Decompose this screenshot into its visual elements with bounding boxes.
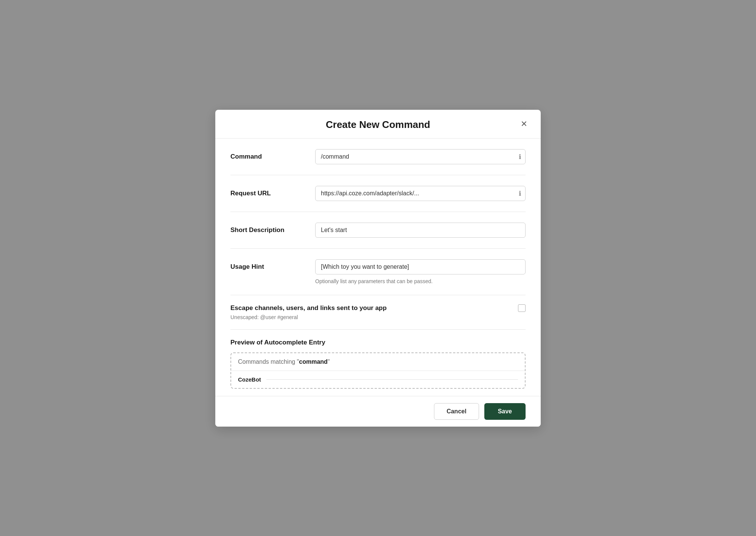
- modal-body: Command ℹ Request URL ℹ: [215, 139, 541, 396]
- escape-top: Escape channels, users, and links sent t…: [230, 304, 526, 312]
- modal-container: Create New Command × Command ℹ Request U…: [215, 110, 541, 427]
- usage-hint-row: Usage Hint Optionally list any parameter…: [230, 249, 526, 295]
- request-url-input-wrapper: ℹ: [315, 186, 526, 201]
- preview-search-keyword: command: [299, 358, 328, 365]
- escape-description: Unescaped: @user #general: [230, 314, 526, 320]
- short-description-input-wrapper: [315, 223, 526, 238]
- modal-header: Create New Command ×: [215, 110, 541, 139]
- modal-overlay: Create New Command × Command ℹ Request U…: [0, 0, 756, 536]
- request-url-input[interactable]: [315, 186, 526, 201]
- escape-checkbox[interactable]: [518, 304, 526, 312]
- save-button[interactable]: Save: [484, 403, 526, 420]
- preview-inner: Commands matching "command" CozeBot: [231, 353, 525, 388]
- preview-search-prefix: Commands matching ": [238, 358, 299, 365]
- command-field: ℹ: [315, 149, 526, 164]
- short-description-row: Short Description: [230, 212, 526, 249]
- command-input-wrapper: ℹ: [315, 149, 526, 164]
- short-description-input[interactable]: [315, 223, 526, 238]
- request-url-row: Request URL ℹ: [230, 175, 526, 212]
- command-input[interactable]: [315, 149, 526, 164]
- modal-title: Create New Command: [326, 119, 430, 131]
- request-url-field: ℹ: [315, 186, 526, 201]
- usage-hint-input[interactable]: [315, 259, 526, 274]
- cancel-button[interactable]: Cancel: [434, 403, 479, 420]
- escape-section: Escape channels, users, and links sent t…: [230, 295, 526, 330]
- preview-bot-name: CozeBot: [238, 376, 261, 383]
- preview-title: Preview of Autocomplete Entry: [230, 339, 526, 346]
- usage-hint-label: Usage Hint: [230, 259, 306, 271]
- short-description-field: [315, 223, 526, 238]
- preview-divider: [266, 379, 518, 380]
- usage-hint-input-wrapper: [315, 259, 526, 274]
- request-url-info-icon[interactable]: ℹ: [519, 189, 521, 197]
- command-label: Command: [230, 149, 306, 160]
- preview-search-suffix: ": [328, 358, 330, 365]
- usage-hint-description: Optionally list any parameters that can …: [315, 278, 526, 284]
- modal-footer: Cancel Save: [215, 396, 541, 427]
- preview-result-row: CozeBot: [231, 371, 525, 388]
- close-button[interactable]: ×: [518, 117, 530, 131]
- command-row: Command ℹ: [230, 139, 526, 175]
- preview-box: Commands matching "command" CozeBot: [230, 352, 526, 389]
- short-description-label: Short Description: [230, 223, 306, 234]
- command-info-icon[interactable]: ℹ: [519, 153, 521, 160]
- preview-section: Preview of Autocomplete Entry Commands m…: [230, 330, 526, 396]
- request-url-label: Request URL: [230, 186, 306, 197]
- escape-label: Escape channels, users, and links sent t…: [230, 304, 387, 312]
- usage-hint-field: Optionally list any parameters that can …: [315, 259, 526, 284]
- preview-search-bar: Commands matching "command": [231, 353, 525, 371]
